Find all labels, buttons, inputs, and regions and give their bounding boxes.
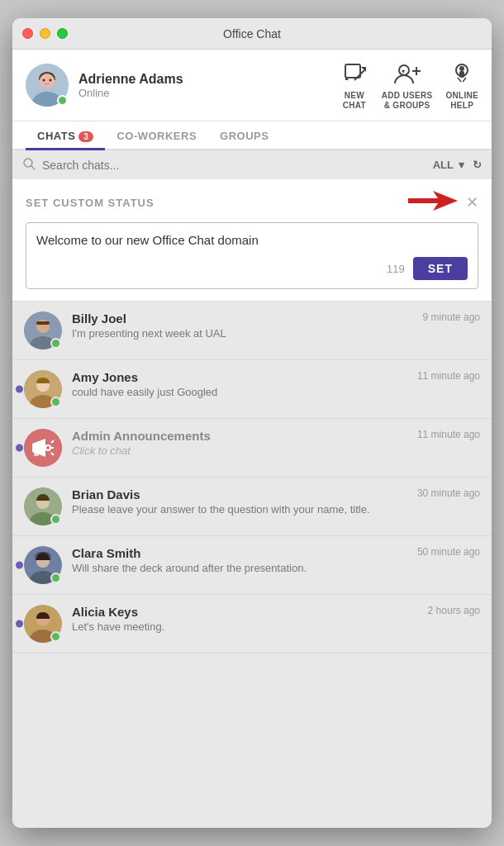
- char-count: 119: [387, 263, 405, 275]
- chat-content: Brian Davis Please leave your answer to …: [72, 487, 407, 516]
- chat-online-indicator: [50, 514, 61, 525]
- chat-preview: Please leave your answer to the question…: [72, 503, 407, 516]
- minimize-traffic-light[interactable]: [40, 28, 50, 39]
- status-input-footer: 119 SET: [36, 257, 468, 280]
- chat-name: Clara Smith: [72, 546, 407, 560]
- red-arrow-icon: [408, 189, 458, 216]
- unread-indicator: [16, 620, 23, 628]
- svg-line-20: [31, 166, 35, 169]
- set-status-button[interactable]: SET: [413, 257, 468, 280]
- chat-preview: Click to chat: [72, 444, 407, 457]
- search-filter[interactable]: ALL ▾ ↻: [433, 159, 482, 171]
- online-help-button[interactable]: ONLINEHELP: [445, 59, 478, 111]
- custom-status-panel: SET CUSTOM STATUS ✕ Welcome to our new O…: [12, 179, 492, 302]
- chat-avatar-wrap: [24, 370, 62, 408]
- user-status: Online: [78, 87, 330, 99]
- svg-point-5: [43, 79, 45, 82]
- svg-point-6: [50, 79, 52, 82]
- search-input[interactable]: [42, 159, 426, 172]
- chat-time: 11 minute ago: [417, 370, 480, 382]
- status-text: Welcome to our new Office Chat domain: [36, 231, 468, 249]
- chat-preview: Will share the deck around after the pre…: [72, 562, 407, 574]
- add-users-label: ADD USERS& GROUPS: [382, 91, 433, 111]
- close-status-button[interactable]: ✕: [466, 193, 478, 212]
- chat-item[interactable]: Admin Announcements Click to chat 11 min…: [12, 419, 492, 478]
- svg-rect-22: [408, 198, 440, 203]
- header: Adrienne Adams Online NEWCHAT: [12, 50, 492, 121]
- svg-point-15: [459, 66, 464, 71]
- chat-avatar-wrap: [24, 311, 62, 349]
- chat-preview: Let's have meeting.: [72, 620, 418, 633]
- chat-time: 50 minute ago: [417, 546, 480, 558]
- svg-rect-16: [459, 71, 464, 78]
- unread-indicator: [16, 444, 23, 452]
- chat-time: 2 hours ago: [428, 605, 480, 616]
- chevron-down-icon: ▾: [459, 159, 464, 171]
- online-help-label: ONLINEHELP: [445, 91, 478, 111]
- header-actions: NEWCHAT ▾ ADD USERS& GROUPS: [340, 59, 478, 111]
- chat-item[interactable]: Alicia Keys Let's have meeting. 2 hours …: [12, 595, 492, 654]
- status-input-area[interactable]: Welcome to our new Office Chat domain 11…: [26, 222, 478, 289]
- chat-online-indicator: [50, 397, 61, 407]
- chat-name: Brian Davis: [72, 487, 407, 501]
- chat-content: Amy Jones could have easily just Googled: [72, 370, 407, 398]
- custom-status-title: SET CUSTOM STATUS: [26, 197, 400, 209]
- svg-rect-27: [36, 321, 50, 325]
- unread-indicator: [16, 562, 23, 569]
- chat-online-indicator: [50, 573, 61, 583]
- custom-status-header: SET CUSTOM STATUS ✕: [12, 179, 492, 222]
- chat-name: Alicia Keys: [72, 605, 418, 619]
- chat-avatar-wrap: [24, 605, 62, 643]
- tab-coworkers[interactable]: CO-WORKERS: [105, 121, 208, 149]
- chat-avatar-wrap: [24, 487, 62, 525]
- chat-content: Alicia Keys Let's have meeting.: [72, 605, 418, 633]
- chat-item[interactable]: Brian Davis Please leave your answer to …: [12, 478, 492, 536]
- chat-item[interactable]: Billy Joel I'm presenting next week at U…: [12, 302, 492, 360]
- chat-name: Billy Joel: [72, 311, 413, 326]
- user-avatar-wrap: [26, 64, 69, 107]
- chat-time: 11 minute ago: [417, 429, 480, 440]
- chat-avatar: [24, 429, 62, 467]
- chat-online-indicator: [50, 631, 61, 642]
- user-online-dot: [57, 95, 68, 106]
- chat-avatar-wrap: [24, 429, 62, 467]
- chat-preview: I'm presenting next week at UAL: [72, 327, 413, 340]
- refresh-icon[interactable]: ↻: [473, 159, 482, 171]
- chat-list: Billy Joel I'm presenting next week at U…: [12, 302, 492, 828]
- close-traffic-light[interactable]: [22, 28, 33, 39]
- tabs-bar: CHATS3 CO-WORKERS GROUPS: [12, 121, 492, 150]
- new-chat-button[interactable]: NEWCHAT: [340, 59, 368, 111]
- app-window: Office Chat Adrienne A: [12, 18, 492, 828]
- new-chat-label: NEWCHAT: [343, 91, 366, 111]
- chat-online-indicator: [50, 338, 61, 349]
- chat-time: 9 minute ago: [423, 311, 480, 323]
- svg-line-18: [463, 78, 466, 82]
- search-icon: [22, 157, 36, 173]
- unread-indicator: [16, 386, 23, 393]
- add-users-button[interactable]: ▾ ADD USERS& GROUPS: [382, 59, 433, 111]
- chat-content: Billy Joel I'm presenting next week at U…: [72, 311, 413, 340]
- online-help-icon: [448, 59, 476, 88]
- svg-rect-34: [32, 444, 36, 452]
- new-chat-icon: [340, 59, 368, 88]
- user-name: Adrienne Adams: [78, 72, 330, 87]
- chat-item[interactable]: Amy Jones could have easily just Googled…: [12, 360, 492, 419]
- chats-badge: 3: [78, 131, 93, 142]
- chat-item[interactable]: Clara Smith Will share the deck around a…: [12, 536, 492, 595]
- chat-content: Clara Smith Will share the deck around a…: [72, 546, 407, 574]
- svg-point-4: [40, 74, 55, 88]
- svg-rect-39: [34, 452, 39, 456]
- svg-line-17: [458, 78, 461, 82]
- tab-groups[interactable]: GROUPS: [208, 121, 280, 149]
- traffic-lights: [22, 28, 68, 39]
- window-title: Office Chat: [223, 27, 281, 40]
- chat-avatar-wrap: [24, 546, 62, 584]
- search-bar: ALL ▾ ↻: [12, 150, 492, 179]
- maximize-traffic-light[interactable]: [57, 28, 68, 39]
- chat-content: Admin Announcements Click to chat: [72, 429, 407, 457]
- chat-time: 30 minute ago: [417, 487, 480, 499]
- tab-chats[interactable]: CHATS3: [26, 121, 105, 149]
- chat-name: Amy Jones: [72, 370, 407, 384]
- chat-preview: could have easily just Googled: [72, 386, 407, 398]
- chat-name: Admin Announcements: [72, 429, 407, 443]
